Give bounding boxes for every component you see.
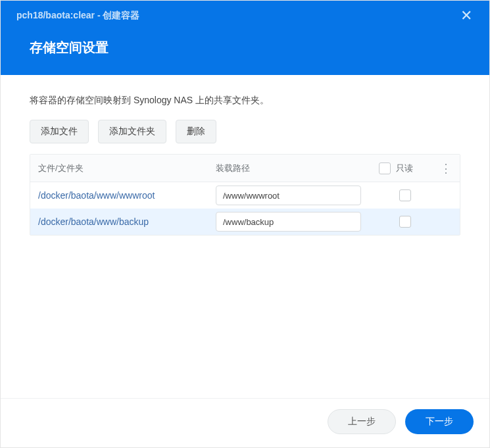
add-file-button[interactable]: 添加文件 <box>30 120 89 143</box>
delete-button[interactable]: 删除 <box>176 120 216 143</box>
readonly-checkbox[interactable] <box>399 216 411 228</box>
col-readonly-label: 只读 <box>396 162 413 174</box>
mount-path-input[interactable] <box>216 186 361 205</box>
readonly-checkbox[interactable] <box>399 189 411 201</box>
create-container-dialog: pch18/baota:clear - 创建容器 ✕ 存储空间设置 将容器的存储… <box>0 0 490 448</box>
next-button[interactable]: 下一步 <box>405 409 474 434</box>
step-description: 将容器的存储空间映射到 Synology NAS 上的共享文件夹。 <box>30 95 460 107</box>
volume-table: 文件/文件夹 装载路径 只读 ⋮ /docker/baota/www/wwwro… <box>30 154 460 236</box>
readonly-cell <box>369 189 441 201</box>
table-row[interactable]: /docker/baota/www/wwwroot <box>30 182 460 209</box>
mount-path-input[interactable] <box>216 212 361 232</box>
dialog-title: pch18/baota:clear - 创建容器 <box>16 10 140 22</box>
col-mount: 装载路径 <box>208 162 360 174</box>
add-folder-button[interactable]: 添加文件夹 <box>98 120 166 143</box>
close-icon[interactable]: ✕ <box>456 9 476 23</box>
dialog-footer: 上一步 下一步 <box>1 398 489 447</box>
prev-button[interactable]: 上一步 <box>328 409 396 434</box>
mount-cell <box>208 186 369 205</box>
folder-path: /docker/baota/www/backup <box>30 216 208 227</box>
toolbar: 添加文件 添加文件夹 删除 <box>30 120 460 143</box>
titlebar: pch18/baota:clear - 创建容器 ✕ <box>1 1 489 28</box>
table-header: 文件/文件夹 装载路径 只读 ⋮ <box>30 155 460 182</box>
table-row[interactable]: /docker/baota/www/backup <box>30 209 460 235</box>
dialog-body: 将容器的存储空间映射到 Synology NAS 上的共享文件夹。 添加文件 添… <box>1 75 489 398</box>
step-title: 存储空间设置 <box>1 28 489 75</box>
mount-cell <box>208 212 369 232</box>
readonly-all-checkbox[interactable] <box>379 162 391 174</box>
col-readonly: 只读 <box>360 162 432 174</box>
dialog-header: pch18/baota:clear - 创建容器 ✕ 存储空间设置 <box>1 1 489 75</box>
column-menu-icon[interactable]: ⋮ <box>432 161 460 176</box>
folder-path: /docker/baota/www/wwwroot <box>30 190 208 201</box>
readonly-cell <box>369 216 441 228</box>
col-folder: 文件/文件夹 <box>30 162 208 174</box>
